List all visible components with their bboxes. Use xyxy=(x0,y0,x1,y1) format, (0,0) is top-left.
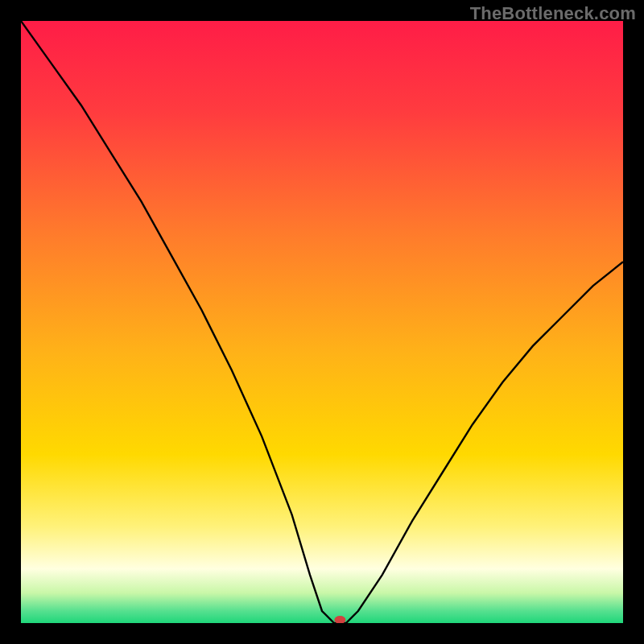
gradient-background xyxy=(21,21,623,623)
attribution-text: TheBottleneck.com xyxy=(470,3,636,24)
plot-area xyxy=(21,21,623,623)
plot-svg xyxy=(21,21,623,623)
chart-frame: TheBottleneck.com xyxy=(0,0,644,644)
